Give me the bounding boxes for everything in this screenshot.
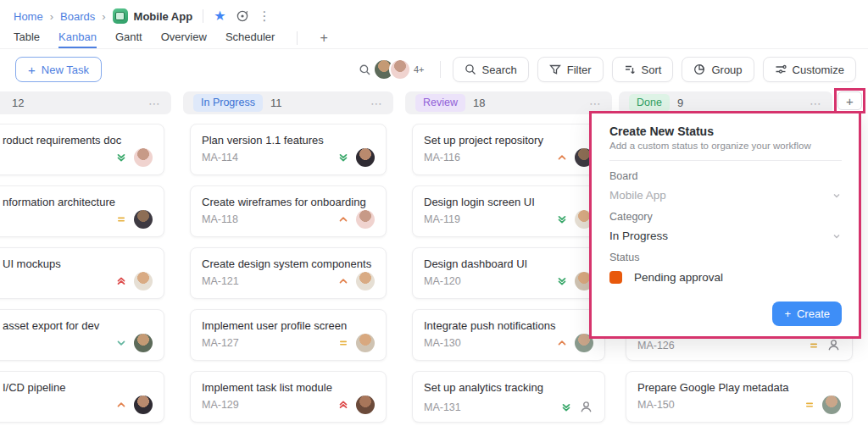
filter-button[interactable]: Filter xyxy=(537,57,604,82)
unassigned-icon[interactable] xyxy=(579,400,593,414)
tab-overview[interactable]: Overview xyxy=(161,27,207,48)
assignee-avatar[interactable] xyxy=(356,334,375,352)
assignee-avatar[interactable] xyxy=(356,210,375,229)
group-button[interactable]: Group xyxy=(682,57,754,82)
board-title: Mobile App xyxy=(134,10,193,23)
assignee-avatar[interactable] xyxy=(822,396,841,414)
card-title: Implement task list module xyxy=(202,381,375,394)
kanban-card[interactable]: asset export for dev xyxy=(0,309,164,361)
chevron-down-icon xyxy=(832,191,842,201)
card-icons xyxy=(561,400,593,414)
card-title: Create design system components xyxy=(202,257,375,270)
current-board-chip[interactable]: Mobile App xyxy=(113,8,193,24)
card-title: Set up analytics tracking xyxy=(424,381,593,394)
assignee-avatar[interactable] xyxy=(134,334,153,352)
assignee-avatar[interactable] xyxy=(134,210,153,229)
create-label: Create xyxy=(797,307,830,320)
column-cards: roduct requirements docnformation archit… xyxy=(0,124,164,423)
assignee-avatar[interactable] xyxy=(134,272,153,290)
priority-icon-urgent xyxy=(116,276,126,286)
column-count: 18 xyxy=(473,97,485,109)
automation-icon[interactable] xyxy=(233,7,252,25)
card-title: Design login screen UI xyxy=(424,196,593,208)
new-task-button[interactable]: + New Task xyxy=(15,57,102,82)
kanban-card[interactable]: roduct requirements doc xyxy=(0,124,164,175)
column-status-pill: In Progress xyxy=(193,94,263,111)
breadcrumb-home[interactable]: Home xyxy=(14,10,43,23)
card-meta-row: MA-130 xyxy=(424,334,593,352)
member-search-icon xyxy=(359,64,371,76)
assignee-avatar[interactable] xyxy=(356,396,375,414)
unassigned-icon[interactable] xyxy=(826,338,841,352)
kanban-card[interactable]: Implement task list moduleMA-129 xyxy=(190,371,387,423)
card-icons xyxy=(338,334,375,352)
column-header: 12⋯ xyxy=(0,91,171,114)
kanban-card[interactable]: Design dashboard UIMA-120 xyxy=(412,247,605,299)
kanban-card[interactable]: Plan version 1.1 featuresMA-114 xyxy=(190,124,387,175)
card-meta-row: MA-120 xyxy=(424,272,593,290)
add-column-button[interactable]: + xyxy=(837,91,862,110)
kanban-card[interactable]: UI mockups xyxy=(0,247,164,299)
card-icons xyxy=(338,272,375,290)
card-id: MA-129 xyxy=(202,399,239,411)
card-meta-row: MA-119 xyxy=(424,210,593,229)
card-meta-row: MA-118 xyxy=(202,210,375,229)
customize-label: Customize xyxy=(793,64,844,76)
card-meta-row xyxy=(3,334,153,352)
column-menu-icon[interactable]: ⋯ xyxy=(810,97,822,110)
kanban-card[interactable]: nformation architecture xyxy=(0,185,164,237)
card-id: MA-150 xyxy=(637,399,675,411)
board-select[interactable]: Mobile App xyxy=(609,189,842,202)
column-menu-icon[interactable]: ⋯ xyxy=(148,97,161,110)
column-header: Review18⋯ xyxy=(405,91,612,114)
card-id: MA-114 xyxy=(202,152,238,163)
category-select[interactable]: In Progress xyxy=(609,230,842,242)
priority-icon-medium xyxy=(809,340,819,351)
tab-scheduler[interactable]: Scheduler xyxy=(225,27,275,48)
more-menu-icon[interactable]: ⋮ xyxy=(259,8,270,24)
search-label: Search xyxy=(482,64,517,76)
new-task-label: New Task xyxy=(42,64,89,76)
chevron-down-icon xyxy=(832,231,842,241)
kanban-card[interactable]: Create design system componentsMA-121 xyxy=(190,247,387,299)
kanban-card[interactable]: Prepare Google Play metadataMA-150 xyxy=(626,371,853,423)
assignee-avatar[interactable] xyxy=(134,148,153,167)
kanban-card[interactable]: Set up analytics trackingMA-131 xyxy=(412,371,605,423)
breadcrumb-boards[interactable]: Boards xyxy=(60,10,95,23)
member-avatars-group[interactable]: 4+ xyxy=(359,58,425,80)
card-meta-row xyxy=(3,210,153,229)
card-meta-row: MA-116 xyxy=(424,148,593,167)
priority-icon-lowest xyxy=(561,402,571,412)
board-field-label: Board xyxy=(609,170,842,182)
card-meta-row: MA-150 xyxy=(637,396,841,414)
search-button[interactable]: Search xyxy=(453,57,529,82)
card-icons xyxy=(116,396,153,414)
kanban-column-in-progress: In Progress11⋯Plan version 1.1 featuresM… xyxy=(183,91,393,426)
assignee-avatar[interactable] xyxy=(356,272,375,290)
tab-gantt[interactable]: Gantt xyxy=(115,27,142,48)
assignee-avatar[interactable] xyxy=(134,396,153,414)
column-menu-icon[interactable]: ⋯ xyxy=(589,97,602,110)
kanban-card[interactable]: Integrate push notificationsMA-130 xyxy=(412,309,605,361)
kanban-card[interactable]: Create wireframes for onboardingMA-118 xyxy=(190,185,387,237)
card-title: Set up project repository xyxy=(424,134,593,147)
card-meta-row: MA-126 xyxy=(637,338,841,352)
tab-table[interactable]: Table xyxy=(14,27,40,48)
assignee-avatar[interactable] xyxy=(356,148,375,167)
sort-button[interactable]: Sort xyxy=(612,57,674,82)
kanban-card[interactable]: Implement user profile screenMA-127 xyxy=(190,309,387,361)
add-view-icon[interactable]: + xyxy=(320,30,327,46)
kanban-card[interactable]: Design login screen UIMA-119 xyxy=(412,185,605,237)
divider xyxy=(609,160,842,161)
kanban-card[interactable]: Set up project repositoryMA-116 xyxy=(412,124,605,175)
status-name-row[interactable]: Pending approval xyxy=(609,271,842,284)
kanban-card[interactable]: I/CD pipeline xyxy=(0,371,164,423)
customize-button[interactable]: Customize xyxy=(763,57,856,82)
card-icons xyxy=(338,210,375,229)
column-menu-icon[interactable]: ⋯ xyxy=(370,97,383,110)
favorite-star-icon[interactable]: ★ xyxy=(214,9,225,23)
create-button[interactable]: + Create xyxy=(772,302,842,326)
tab-kanban[interactable]: Kanban xyxy=(58,27,97,48)
priority-icon-lowest xyxy=(338,152,348,163)
status-color-swatch[interactable] xyxy=(609,271,622,284)
